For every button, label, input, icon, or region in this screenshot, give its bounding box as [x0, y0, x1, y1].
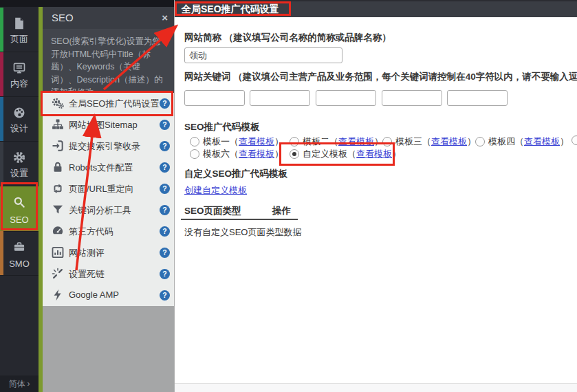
menu-item-google-amp[interactable]: Google AMP ?: [43, 285, 174, 306]
settings-gear-icon: [0, 151, 39, 166]
menu-item-label: 网站测评: [69, 247, 105, 259]
radio-template-2: 模板二（查看模板）: [290, 135, 383, 148]
broken-link-icon: [51, 267, 65, 281]
panel-title: SEO: [52, 7, 74, 29]
menu-item-label: 网站地图Sitemap: [69, 119, 138, 131]
help-icon[interactable]: ?: [160, 226, 170, 237]
create-custom-template-link[interactable]: 创建自定义模板: [184, 184, 247, 197]
table-header-divider: [181, 219, 298, 220]
help-icon[interactable]: ?: [160, 98, 170, 109]
table-empty-text: 没有自定义SEO页面类型数据: [184, 226, 301, 239]
keyword-input-4[interactable]: [382, 90, 442, 106]
radio-template-4: 模板四（查看模板）: [475, 135, 569, 148]
lightning-bolt-icon: [51, 288, 65, 302]
search-icon: [0, 195, 39, 211]
keyword-input-2[interactable]: [250, 90, 310, 106]
radio-circle[interactable]: [190, 149, 199, 159]
menu-item-label: 设置死链: [69, 268, 105, 281]
help-icon[interactable]: ?: [160, 205, 170, 215]
menu-item-global-seo-code[interactable]: 全局SEO推广代码设置 ?: [43, 93, 174, 114]
sidebar-item-smo[interactable]: SMO: [0, 231, 39, 276]
menu-item-label: 页面/URL重定向: [69, 183, 134, 195]
help-icon[interactable]: ?: [160, 290, 170, 301]
redirect-arrows-icon: [51, 182, 65, 195]
sidebar-item-design[interactable]: 设计: [0, 97, 39, 142]
radio-template-5-cutoff: [571, 135, 577, 145]
language-label: 简体: [9, 378, 25, 390]
radio-custom-template: 自定义模板（查看模板）: [290, 148, 401, 160]
menu-item-label: 全局SEO推广代码设置: [69, 98, 159, 110]
sidebar-item-pages[interactable]: 页面: [0, 8, 39, 52]
keyword-input-5[interactable]: [447, 90, 508, 106]
radio-circle[interactable]: [190, 137, 199, 146]
panel-menu: 全局SEO推广代码设置 ? 网站地图Sitemap ? 提交搜索引擎收录 ? R…: [43, 93, 174, 306]
view-template-link[interactable]: 查看模板: [524, 135, 560, 148]
top-bar: [0, 0, 174, 7]
sidebar-item-label: 页面: [0, 33, 39, 45]
design-palette-icon: [0, 106, 39, 122]
site-name-input[interactable]: [184, 47, 342, 63]
table-header-actions: 操作: [272, 205, 291, 217]
help-icon[interactable]: ?: [160, 120, 170, 130]
sidebar-item-label: 内容: [0, 78, 39, 90]
template-section-heading: SEO推广代码模板: [184, 121, 260, 133]
menu-item-sitemap[interactable]: 网站地图Sitemap ?: [43, 114, 174, 135]
submit-arrow-icon: [51, 139, 65, 153]
keyword-input-1[interactable]: [184, 90, 245, 106]
sidebar-item-label: 设计: [0, 122, 39, 135]
panel-backdrop: [43, 306, 174, 392]
menu-item-dead-links[interactable]: 设置死链 ?: [43, 263, 174, 285]
seo-panel: SEO × SEO(搜索引擎优化)设置为您开放HTML代码中Title（标题）、…: [43, 0, 174, 392]
main-content: 全局SEO推广代码设置 网站简称 （建议填写公司名称的简称或品牌名称） 网站关键…: [174, 0, 577, 392]
menu-item-label: Google AMP: [69, 290, 119, 300]
view-template-link[interactable]: 查看模板: [356, 148, 392, 160]
filter-icon: [51, 203, 65, 217]
sidebar-item-settings[interactable]: 设置: [0, 142, 39, 186]
menu-item-label: 第三方代码: [69, 226, 113, 238]
view-template-link[interactable]: 查看模板: [239, 148, 274, 160]
app-window: 页面 内容 设计 设置 SEO SMO 简体 ›: [0, 0, 577, 392]
menu-item-third-party-code[interactable]: 第三方代码 ?: [43, 221, 174, 242]
radio-circle[interactable]: [290, 137, 299, 146]
bar-chart-icon: [51, 246, 65, 259]
chevron-right-icon: ›: [28, 379, 30, 389]
radio-circle[interactable]: [475, 137, 485, 146]
menu-item-keyword-analysis[interactable]: 关键词分析工具 ?: [43, 199, 174, 221]
lock-icon: [51, 160, 65, 174]
menu-item-url-redirect[interactable]: 页面/URL重定向 ?: [43, 178, 174, 199]
radio-circle[interactable]: [290, 149, 299, 159]
sidebar-item-content[interactable]: 内容: [0, 52, 39, 97]
sidebar-item-seo[interactable]: SEO: [0, 186, 39, 232]
radio-template-3: 模板三（查看模板）: [382, 135, 476, 148]
sidebar-item-label: SMO: [0, 259, 39, 269]
gauge-icon: [51, 224, 65, 238]
language-selector[interactable]: 简体 ›: [0, 375, 39, 392]
menu-item-submit-search-engine[interactable]: 提交搜索引擎收录 ?: [43, 135, 174, 157]
sidebar-item-label: SEO: [0, 215, 39, 225]
menu-item-robots[interactable]: Robots文件配置 ?: [43, 157, 174, 178]
help-icon[interactable]: ?: [160, 248, 170, 258]
sidebar: 页面 内容 设计 设置 SEO SMO 简体 ›: [0, 0, 39, 392]
panel-header: SEO ×: [43, 7, 174, 29]
page-title: 全局SEO推广代码设置: [182, 3, 279, 16]
sidebar-item-label: 设置: [0, 167, 39, 179]
radio-circle[interactable]: [382, 137, 392, 146]
site-name-label: 网站简称 （建议填写公司名称的简称或品牌名称）: [184, 32, 391, 44]
page-icon: [0, 17, 39, 32]
radio-circle[interactable]: [571, 135, 577, 145]
help-icon[interactable]: ?: [160, 141, 170, 151]
help-icon[interactable]: ?: [160, 162, 170, 173]
keywords-label: 网站关键词 （建议填公司主营产品及业务范围，每个关键词请控制在40字符以内，请不…: [184, 71, 577, 83]
help-icon[interactable]: ?: [160, 184, 170, 194]
menu-item-label: Robots文件配置: [69, 162, 133, 174]
view-template-link[interactable]: 查看模板: [431, 135, 467, 148]
help-icon[interactable]: ?: [160, 269, 170, 279]
keyword-input-3[interactable]: [316, 90, 376, 106]
content-bottom-edge: [175, 383, 577, 392]
custom-section-heading: 自定义SEO推广代码模板: [184, 168, 287, 180]
menu-item-site-evaluation[interactable]: 网站测评 ?: [43, 242, 174, 263]
panel-description: SEO(搜索引擎优化)设置为您开放HTML代码中Title（标题）、Keywor…: [43, 29, 174, 93]
view-template-link[interactable]: 查看模板: [239, 135, 274, 148]
view-template-link[interactable]: 查看模板: [338, 135, 374, 148]
close-icon[interactable]: ×: [162, 7, 168, 29]
